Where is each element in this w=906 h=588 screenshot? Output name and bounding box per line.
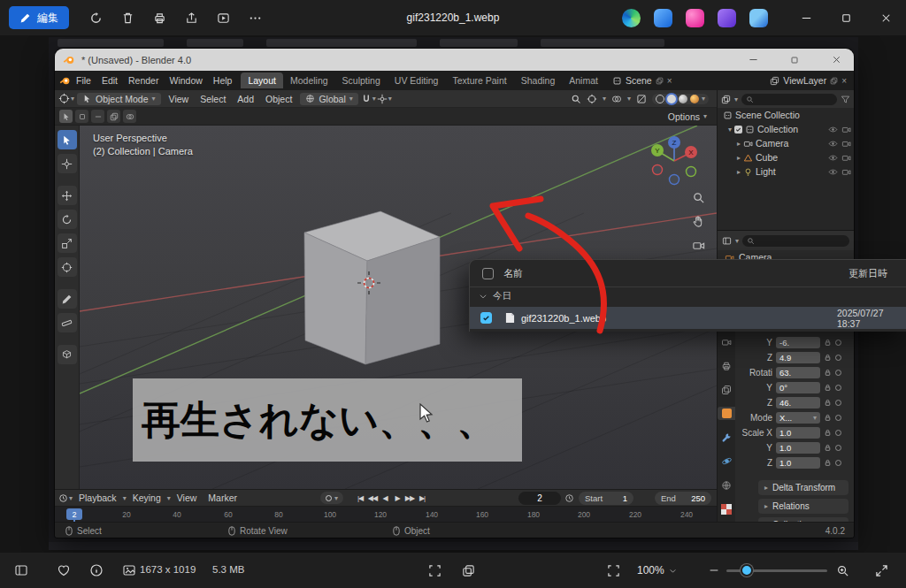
tool-option-icon-4[interactable] [107, 110, 120, 123]
menu-object[interactable]: Object [260, 92, 297, 106]
zoom-in-button[interactable] [832, 561, 853, 580]
lock-icon[interactable] [824, 399, 832, 407]
eye-icon[interactable] [828, 125, 838, 134]
tool-transform[interactable] [58, 257, 77, 277]
proportional-edit-icon[interactable] [377, 94, 388, 104]
duplicate-icon[interactable] [830, 77, 838, 85]
tab-output-properties[interactable] [719, 359, 733, 372]
tab-uv-editing[interactable]: UV Editing [388, 73, 446, 88]
orientation-dropdown[interactable]: Global ▾ [300, 93, 357, 105]
lock-icon[interactable] [824, 444, 832, 452]
value-field[interactable]: 4.9 [776, 352, 820, 363]
file-checkbox[interactable] [480, 312, 492, 324]
animate-dot-icon[interactable] [835, 400, 841, 406]
overlays-icon[interactable] [611, 94, 622, 104]
material-shading-icon[interactable] [679, 95, 687, 103]
tab-texture-paint[interactable]: Texture Paint [445, 73, 513, 88]
menu-view[interactable]: View [172, 491, 203, 505]
multi-view-button[interactable] [457, 561, 479, 580]
solid-shading-icon[interactable] [667, 95, 676, 103]
outliner-row-light[interactable]: ▸ Light [718, 164, 854, 179]
tool-option-icon-2[interactable] [75, 110, 88, 123]
properties-editor-icon[interactable] [722, 236, 732, 246]
tab-physics-properties[interactable] [719, 454, 733, 468]
menu-keying[interactable]: Keying [127, 491, 166, 505]
play-button[interactable]: ▶ [391, 492, 403, 505]
open-with-app-icon-5[interactable] [749, 9, 768, 27]
tool-measure[interactable] [58, 313, 77, 332]
zoom-icon[interactable] [692, 191, 705, 204]
eye-icon[interactable] [828, 167, 838, 177]
file-row-selected[interactable]: gif231220b_1.webp 2025/07/27 18:37 [470, 307, 906, 329]
timeline-ruler[interactable]: 20 40 60 80 100 120 140 160 180 200 220 … [55, 506, 717, 522]
lock-icon[interactable] [824, 414, 832, 422]
outliner-row-scene-collection[interactable]: Scene Collectio [718, 108, 854, 122]
open-with-app-icon-2[interactable] [654, 9, 672, 27]
fit-to-window-button[interactable] [603, 561, 624, 580]
delete-button[interactable] [113, 4, 142, 31]
tool-scale[interactable] [58, 233, 77, 253]
lock-icon[interactable] [824, 354, 832, 362]
gallery-panel-button[interactable] [11, 561, 32, 580]
wireframe-shading-icon[interactable] [656, 95, 664, 103]
viewlayer-selector[interactable]: ViewLayer × [770, 75, 847, 86]
rotate-button[interactable] [81, 4, 110, 31]
show-gizmo-icon[interactable] [587, 94, 597, 104]
zoom-out-button[interactable] [703, 561, 725, 580]
expand-triangle-icon[interactable]: ▸ [737, 168, 741, 176]
jump-to-start-button[interactable]: |◀ [354, 492, 366, 505]
blender-close-button[interactable] [818, 49, 854, 71]
open-with-app-icon-3[interactable] [686, 9, 704, 27]
jump-to-end-button[interactable]: ▶| [416, 492, 428, 505]
menu-select[interactable]: Select [195, 92, 231, 106]
tab-shading[interactable]: Shading [514, 73, 563, 88]
minimize-button[interactable] [787, 0, 826, 35]
tool-option-icon-1[interactable] [59, 110, 73, 123]
filter-funnel-icon[interactable] [841, 95, 850, 104]
rendered-shading-icon[interactable] [690, 95, 699, 103]
scene-selector[interactable]: Scene × [612, 75, 672, 86]
favorite-button[interactable] [53, 561, 74, 580]
name-column-header[interactable]: 名前 [503, 267, 523, 280]
value-field[interactable]: 1.0 [776, 427, 820, 439]
outliner-row-collection[interactable]: ▾ Collection [718, 122, 854, 136]
menu-marker[interactable]: Marker [203, 491, 242, 505]
menu-add[interactable]: Add [232, 92, 259, 106]
animate-dot-icon[interactable] [835, 415, 841, 421]
duplicate-icon[interactable] [656, 77, 664, 85]
tab-texture-properties[interactable] [719, 502, 733, 515]
share-button[interactable] [177, 4, 205, 31]
blender-maximize-button[interactable] [777, 49, 812, 71]
lock-icon[interactable] [824, 384, 832, 392]
value-field[interactable]: -6. [776, 337, 820, 348]
menu-render[interactable]: Render [123, 73, 164, 88]
tab-animation[interactable]: Animat [562, 73, 605, 88]
animate-dot-icon[interactable] [835, 340, 841, 346]
zoom-to-fill-button[interactable] [424, 561, 445, 580]
camera-view-icon[interactable] [692, 239, 705, 252]
section-relations[interactable]: ▸ Relations [758, 499, 848, 514]
prev-keyframe-button[interactable]: ◀◀ [366, 492, 379, 505]
tab-sculpting[interactable]: Sculpting [335, 73, 388, 88]
blender-minimize-button[interactable] [735, 49, 771, 71]
snap-magnet-icon[interactable] [361, 94, 372, 104]
lock-icon[interactable] [824, 339, 832, 347]
info-button[interactable] [86, 561, 107, 580]
animate-dot-icon[interactable] [835, 445, 841, 451]
expand-triangle-icon[interactable]: ▸ [737, 140, 741, 148]
menu-playback[interactable]: Playback [73, 491, 122, 505]
tool-annotate[interactable] [58, 289, 77, 309]
print-button[interactable] [145, 4, 173, 31]
outliner-editor-icon[interactable] [721, 95, 731, 104]
outliner-search-input[interactable] [741, 94, 837, 105]
value-field[interactable]: 1.0 [776, 442, 820, 454]
open-with-app-icon-4[interactable] [718, 9, 736, 27]
animate-dot-icon[interactable] [835, 385, 841, 391]
animate-dot-icon[interactable] [835, 355, 841, 361]
lock-icon[interactable] [824, 459, 832, 467]
fullscreen-button[interactable] [871, 561, 892, 580]
default-cube[interactable] [304, 211, 440, 364]
tool-rotate[interactable] [58, 210, 77, 229]
tool-add-cube[interactable] [58, 345, 77, 364]
pan-hand-icon[interactable] [692, 215, 705, 228]
